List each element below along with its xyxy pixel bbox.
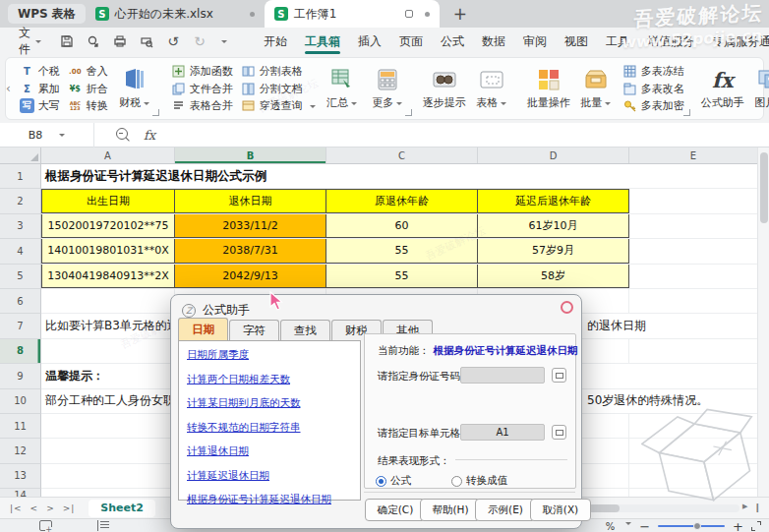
multi-sheet-rename-button[interactable]: 多表改名 <box>622 81 684 97</box>
table-cell[interactable]: 61岁10月 <box>478 214 629 238</box>
row-header-11[interactable]: 11 <box>0 414 41 439</box>
row-header-10[interactable]: 10 <box>0 389 41 414</box>
empty-cell[interactable] <box>629 265 757 288</box>
radio-value-option[interactable]: 转换成值 <box>451 474 507 488</box>
formula-link[interactable]: 计算延迟退休日期 <box>187 469 352 483</box>
table-header-cell[interactable]: 退休日期 <box>175 189 326 212</box>
target-cell-input[interactable]: A1 <box>460 424 545 441</box>
row-header-2[interactable]: 2 <box>0 189 41 213</box>
zoom-out-button[interactable]: − <box>639 519 650 532</box>
zoom-out-icon[interactable] <box>116 128 130 142</box>
name-box[interactable]: B8 <box>0 123 94 148</box>
table-header-cell[interactable]: 出生日期 <box>41 189 175 212</box>
row-header-7[interactable]: 7 <box>0 314 41 338</box>
column-header-a[interactable]: A <box>41 148 175 163</box>
save-icon[interactable] <box>59 33 75 49</box>
row-header-5[interactable]: 5 <box>0 265 41 289</box>
table-cell[interactable]: 2033/11/2 <box>175 214 326 238</box>
table-cell[interactable]: 60 <box>326 214 478 238</box>
more-tools-button[interactable]: 更多 <box>365 59 410 118</box>
dialog-tab-date[interactable]: 日期 <box>178 318 228 340</box>
split-table-button[interactable]: 分割表格 <box>241 63 316 80</box>
scroll-right-arrow-icon[interactable]: ▶ <box>742 502 747 512</box>
new-tab-button[interactable]: + <box>453 4 467 24</box>
merge-tables-button[interactable]: 表格合并 <box>171 97 233 114</box>
formula-assistant-button[interactable]: fx 公式助手 <box>698 59 747 118</box>
merge-files-button[interactable]: 文件合并 <box>171 81 233 97</box>
document-tab-2[interactable]: S 工作簿1 <box>265 0 440 28</box>
row-1-cells[interactable]: 根据身份证号计算延迟退休日期公式示例 <box>41 164 757 189</box>
column-header-d[interactable]: D <box>478 148 629 163</box>
sheet-tab-sheet2[interactable]: Sheet2 <box>89 500 155 517</box>
horizontal-scrollbar[interactable] <box>572 504 739 512</box>
row-header-1[interactable]: 1 <box>0 164 41 189</box>
row-header-12[interactable]: 12 <box>0 439 41 463</box>
convert-button[interactable]: ABC123转换 <box>68 97 108 114</box>
table-cell[interactable]: 55 <box>326 239 478 263</box>
row-header-3[interactable]: 3 <box>0 214 41 239</box>
dialog-tab-string[interactable]: 字符 <box>229 320 279 340</box>
tab-tools[interactable]: 工具 <box>597 28 638 55</box>
tab-page[interactable]: 页面 <box>390 28 432 55</box>
empty-cell[interactable] <box>629 189 757 212</box>
finance-tax-button[interactable]: 财税 <box>112 59 157 118</box>
export-icon[interactable] <box>86 33 101 49</box>
summarize-button[interactable]: 汇总 <box>320 59 365 118</box>
multi-sheet-freeze-button[interactable]: 多表冻结 <box>622 63 684 80</box>
help-button[interactable]: 帮助(H) <box>420 499 481 521</box>
tab-home[interactable]: 开始 <box>255 28 296 55</box>
formula-link[interactable]: 转换不规范的日期字符串 <box>187 421 352 435</box>
multi-sheet-encrypt-button[interactable]: 多表加密 <box>622 97 684 114</box>
table-header-cell[interactable]: 原退休年龄 <box>326 189 478 212</box>
print-icon[interactable] <box>112 33 128 49</box>
zoom-slider-handle[interactable] <box>693 522 701 530</box>
tab-data[interactable]: 数据 <box>473 28 514 55</box>
step-hint-button[interactable]: 逐步提示 <box>420 59 469 118</box>
row-header-4[interactable]: 4 <box>0 239 41 264</box>
table-cell[interactable]: 2038/7/31 <box>175 239 326 263</box>
id-number-input[interactable] <box>460 367 545 384</box>
group-expand-icon[interactable] <box>405 109 412 116</box>
group-expand-icon[interactable] <box>683 109 690 116</box>
cancel-button[interactable]: 取消(X) <box>530 499 591 521</box>
accumulate-button[interactable]: Σ累加 <box>20 81 60 97</box>
table-cell[interactable]: 55 <box>326 265 478 288</box>
personal-tax-button[interactable]: T个税 <box>20 63 60 80</box>
table-cell[interactable]: 57岁9月 <box>478 239 629 263</box>
row-5-cells[interactable]: 13040419840913**2X 2042/9/13 55 58岁 <box>41 265 757 289</box>
table-cell[interactable]: 15020019720102**75 <box>41 214 175 238</box>
tab-review[interactable]: 审阅 <box>514 28 556 55</box>
formula-link[interactable]: 计算退休日期 <box>187 444 352 458</box>
tab-formula[interactable]: 公式 <box>432 28 473 55</box>
tab-toolbox[interactable]: 工具箱 <box>296 28 349 55</box>
row-header-13[interactable]: 13 <box>0 464 41 489</box>
undo-icon[interactable]: ↺ <box>165 33 181 49</box>
formula-link[interactable]: 计算两个日期相差天数 <box>187 373 352 386</box>
empty-cell[interactable] <box>629 239 757 263</box>
tab-service-channel[interactable]: 专属服务通道 <box>703 28 769 55</box>
fullscreen-icon[interactable] <box>751 521 761 531</box>
row-header-8[interactable]: 8 <box>0 339 41 364</box>
ok-button[interactable]: 确定(C) <box>365 499 426 521</box>
document-tab-1[interactable]: S 心开始の未来.xlsx <box>86 0 265 28</box>
column-header-b[interactable]: B <box>175 148 326 163</box>
uppercase-button[interactable]: 写大写 <box>20 97 60 114</box>
batch-button[interactable]: 批量 <box>573 59 619 118</box>
column-header-e[interactable]: E <box>629 148 757 163</box>
file-menu[interactable]: 文件 <box>19 25 30 58</box>
zoom-slider[interactable] <box>658 525 725 527</box>
row-2-cells[interactable]: 出生日期 退休日期 原退休年龄 延迟后退休年龄 <box>41 189 757 213</box>
formula-link[interactable]: 根据身份证号计算延迟退休日期 <box>187 493 352 506</box>
image-tools-button[interactable]: 图片 <box>747 59 769 118</box>
redo-icon[interactable]: ↻ <box>192 33 207 49</box>
table-cell[interactable]: 13040419840913**2X <box>41 265 175 288</box>
table-cell[interactable]: 14010019801031**0X <box>41 239 175 263</box>
zoom-in-button[interactable]: + <box>733 519 743 532</box>
row-header-9[interactable]: 9 <box>0 364 41 388</box>
new-sheet-icon[interactable] <box>39 520 52 531</box>
app-menu-button[interactable]: WPS 表格 <box>8 4 86 24</box>
row-3-cells[interactable]: 15020019720102**75 2033/11/2 60 61岁10月 <box>41 214 757 239</box>
prev-sheet-button[interactable]: < <box>30 503 39 513</box>
target-range-picker-button[interactable] <box>552 425 566 440</box>
tab-view[interactable]: 视图 <box>556 28 597 55</box>
